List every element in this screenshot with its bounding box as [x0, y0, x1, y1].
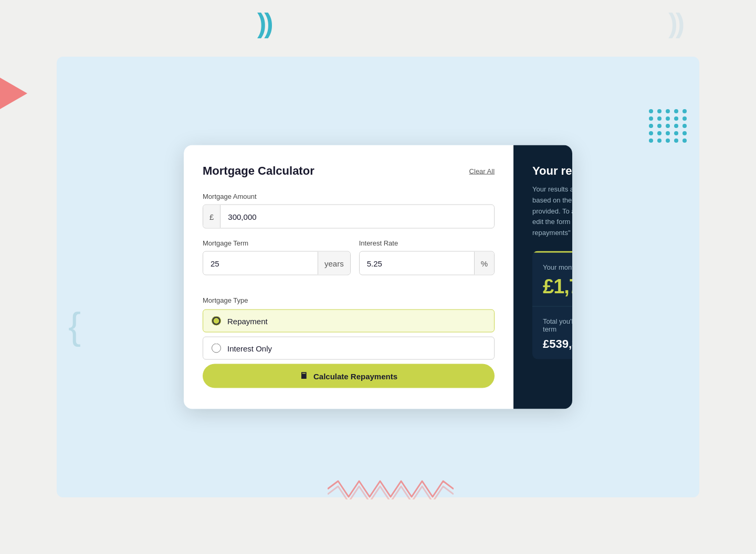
interest-rate-input-group: % [359, 251, 495, 275]
deco-quote-top: )) [257, 9, 271, 37]
years-suffix: years [318, 252, 350, 275]
clear-all-button[interactable]: Clear All [469, 167, 495, 175]
calculator-card: Mortgage Calculator Clear All Mortgage A… [184, 145, 572, 409]
monthly-repayments-section: Your monthly repayments £1,797.74 [532, 251, 572, 306]
repayment-option[interactable]: Repayment [203, 310, 495, 333]
total-repayment-section: Total you'll repay over the term £539,32… [532, 306, 572, 359]
mortgage-type-section: Mortgage Type Repayment Interest Only [203, 296, 495, 360]
mortgage-type-label: Mortgage Type [203, 296, 495, 304]
results-title: Your results [532, 164, 572, 178]
term-rate-row: Mortgage Term years Interest Rate % [203, 239, 495, 286]
results-card: Your monthly repayments £1,797.74 Total … [532, 251, 572, 359]
results-description: Your results are shown below based on th… [532, 184, 572, 239]
calculate-button-label: Calculate Repayments [313, 371, 397, 380]
interest-rate-label: Interest Rate [359, 239, 495, 247]
form-panel: Mortgage Calculator Clear All Mortgage A… [184, 145, 513, 409]
currency-prefix: £ [203, 205, 220, 228]
deco-pink-triangle [0, 78, 27, 109]
mortgage-amount-input-group: £ [203, 205, 495, 229]
repayment-radio[interactable] [212, 316, 221, 326]
interest-only-option[interactable]: Interest Only [203, 337, 495, 360]
total-repayment-amount: £539,322.94 [543, 337, 572, 350]
interest-only-radio[interactable] [212, 344, 221, 353]
deco-teal-dots [649, 109, 688, 143]
mortgage-amount-field: Mortgage Amount £ [203, 193, 495, 229]
mortgage-term-label: Mortgage Term [203, 239, 351, 247]
interest-rate-field: Interest Rate % [359, 239, 495, 286]
mortgage-amount-input[interactable] [220, 205, 494, 228]
deco-curly-left: { [68, 304, 81, 347]
percent-suffix: % [474, 252, 494, 275]
mortgage-amount-label: Mortgage Amount [203, 193, 495, 200]
form-title: Mortgage Calculator [203, 164, 314, 178]
interest-only-label: Interest Only [227, 344, 272, 353]
deco-zigzag-bottom [328, 478, 454, 502]
mortgage-term-input[interactable] [203, 252, 318, 275]
total-repayment-label: Total you'll repay over the term [543, 317, 572, 333]
calculator-icon: 🖩 [300, 371, 308, 381]
monthly-repayments-label: Your monthly repayments [543, 263, 572, 271]
mortgage-term-input-group: years [203, 251, 351, 275]
interest-rate-input[interactable] [360, 252, 474, 275]
monthly-repayments-amount: £1,797.74 [543, 275, 572, 297]
results-panel: Your results Your results are shown belo… [513, 145, 572, 409]
form-header: Mortgage Calculator Clear All [203, 164, 495, 178]
mortgage-term-field: Mortgage Term years [203, 239, 351, 286]
deco-quote-top-right: )) [668, 9, 682, 37]
calculate-repayments-button[interactable]: 🖩 Calculate Repayments [203, 364, 495, 388]
repayment-label: Repayment [227, 316, 268, 325]
